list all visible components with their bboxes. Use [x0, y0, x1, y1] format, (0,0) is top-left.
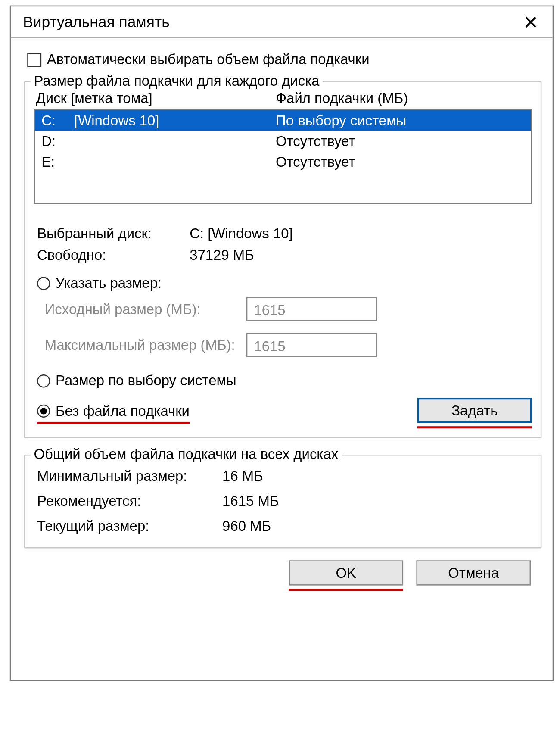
min-size-value: 16 МБ	[222, 463, 263, 488]
drive-pagefile: По выбору системы	[276, 111, 524, 131]
selected-drive-label: Выбранный диск:	[37, 222, 190, 244]
max-size-label: Максимальный размер (МБ):	[45, 337, 246, 353]
drive-paging-group: Размер файла подкачки для каждого диска …	[24, 81, 542, 438]
radio-no-pagefile[interactable]	[37, 405, 50, 418]
drive-row[interactable]: D: Отсутствует	[35, 131, 531, 152]
min-size-label: Минимальный размер:	[37, 463, 222, 488]
drive-row[interactable]: E: Отсутствует	[35, 152, 531, 172]
titlebar: Виртуальная память ✕	[11, 6, 552, 38]
ok-button[interactable]: OK	[289, 560, 403, 585]
radio-system-label: Размер по выбору системы	[56, 372, 236, 389]
drive-letter: C:	[41, 111, 74, 131]
set-button[interactable]: Задать	[417, 398, 532, 423]
radio-system-managed[interactable]	[37, 374, 50, 387]
radio-custom-label: Указать размер:	[56, 275, 162, 292]
auto-manage-checkbox[interactable]	[27, 53, 41, 67]
virtual-memory-dialog: Виртуальная память ✕ Автоматически выбир…	[10, 6, 554, 681]
recommended-label: Рекомендуется:	[37, 488, 222, 513]
initial-size-label: Исходный размер (МБ):	[45, 301, 246, 318]
initial-size-input[interactable]: 1615	[246, 297, 377, 321]
free-space-value: 37129 МБ	[190, 244, 254, 266]
selected-drive-value: C: [Windows 10]	[190, 222, 292, 244]
drive-letter: E:	[41, 152, 74, 172]
drive-letter: D:	[41, 131, 74, 151]
drive-label: [Windows 10]	[74, 111, 276, 131]
close-icon[interactable]: ✕	[518, 12, 544, 33]
current-size-label: Текущий размер:	[37, 514, 222, 539]
radio-none-label: Без файла подкачки	[56, 402, 190, 419]
cancel-button[interactable]: Отмена	[416, 560, 531, 585]
drive-row[interactable]: C: [Windows 10] По выбору системы	[35, 110, 531, 131]
dialog-title: Виртуальная память	[23, 14, 169, 31]
current-size-value: 960 МБ	[222, 514, 271, 539]
header-pagefile: Файл подкачки (МБ)	[276, 90, 408, 107]
auto-manage-label: Автоматически выбирать объем файла подка…	[47, 51, 370, 68]
max-size-input[interactable]: 1615	[246, 333, 377, 357]
free-space-label: Свободно:	[37, 244, 190, 266]
header-drive: Диск [метка тома]	[36, 90, 276, 107]
totals-group: Общий объем файла подкачки на всех диска…	[24, 455, 542, 549]
group-legend-totals: Общий объем файла подкачки на всех диска…	[31, 446, 342, 463]
drive-label	[74, 131, 276, 151]
drive-listbox[interactable]: C: [Windows 10] По выбору системы D: Отс…	[34, 109, 532, 204]
drive-pagefile: Отсутствует	[276, 131, 524, 151]
drive-label	[74, 152, 276, 172]
group-legend-drives: Размер файла подкачки для каждого диска	[31, 72, 323, 89]
drive-pagefile: Отсутствует	[276, 152, 524, 172]
recommended-value: 1615 МБ	[222, 488, 279, 513]
radio-custom-size[interactable]	[37, 277, 50, 290]
